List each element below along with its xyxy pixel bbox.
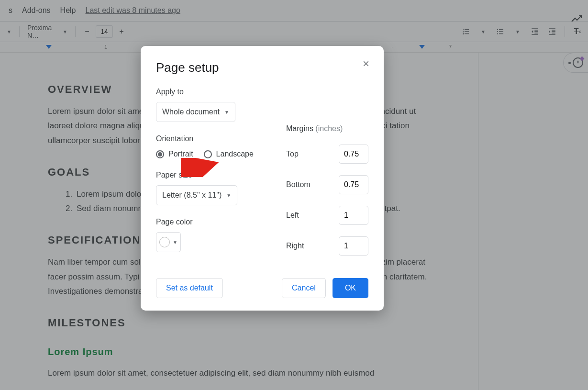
apply-to-value: Whole document [162, 108, 220, 116]
margin-left-label: Left [286, 211, 299, 220]
margin-bottom-label: Bottom [286, 180, 311, 189]
radio-label: Landscape [216, 150, 254, 158]
dialog-actions: Set as default Cancel OK [156, 278, 368, 298]
radio-icon [204, 150, 212, 158]
orientation-portrait-option[interactable]: Portrait [156, 150, 193, 158]
paper-size-value: Letter (8.5" x 11") [162, 191, 222, 200]
page-color-picker[interactable]: ▼ [156, 232, 181, 252]
cancel-button[interactable]: Cancel [282, 278, 326, 298]
apply-to-select[interactable]: Whole document ▼ [156, 102, 235, 122]
margin-bottom-input[interactable] [339, 175, 368, 194]
chevron-down-icon: ▼ [224, 110, 229, 115]
radio-label: Portrait [168, 150, 193, 158]
chevron-down-icon: ▼ [173, 240, 178, 245]
page-setup-dialog: Page setup Apply to Whole document ▼ Ori… [141, 46, 384, 311]
margin-left-input[interactable] [339, 206, 368, 225]
color-swatch-icon [159, 237, 170, 247]
ok-button[interactable]: OK [333, 278, 368, 298]
margins-label: Margins (inches) [286, 124, 368, 133]
margin-top-label: Top [286, 150, 299, 158]
margins-column: Margins (inches) Top Bottom Left Right [286, 124, 368, 256]
margin-right-label: Right [286, 242, 304, 250]
close-icon [362, 59, 370, 68]
orientation-landscape-option[interactable]: Landscape [204, 150, 254, 158]
close-button[interactable] [362, 59, 370, 70]
apply-to-label: Apply to [156, 88, 368, 96]
radio-icon [156, 150, 164, 158]
set-default-button[interactable]: Set as default [156, 278, 223, 298]
dialog-title: Page setup [156, 60, 368, 75]
paper-size-select[interactable]: Letter (8.5" x 11") ▼ [156, 185, 237, 205]
margin-right-input[interactable] [339, 236, 368, 256]
margin-top-input[interactable] [339, 145, 368, 164]
chevron-down-icon: ▼ [226, 193, 231, 198]
